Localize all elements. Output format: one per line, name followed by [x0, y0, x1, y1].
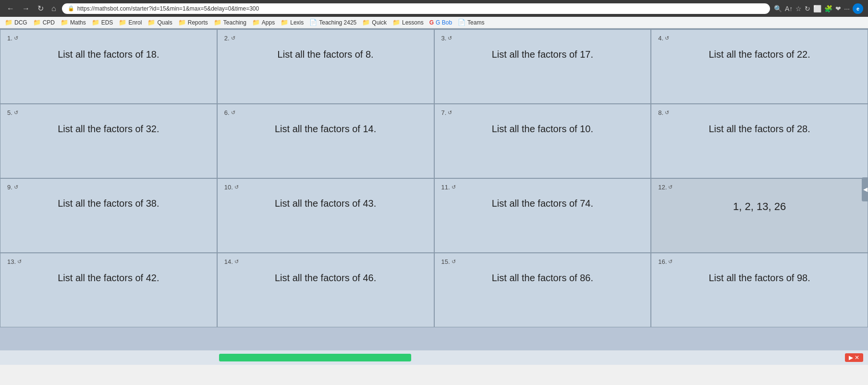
- bookmarks-bar: 📁 DCG 📁 CPD 📁 Maths 📁 EDS 📁 Enrol 📁 Qual…: [0, 17, 868, 28]
- bookmark-teaching2425-label: Teaching 2425: [319, 19, 356, 26]
- question-card-7: 7. ↺ List all the factors of 10.: [434, 104, 651, 178]
- refresh-icon-3[interactable]: ↺: [448, 35, 452, 41]
- card-number-15: 15. ↺: [441, 258, 644, 265]
- refresh-icon-1[interactable]: ↺: [14, 35, 18, 41]
- refresh-icon-15[interactable]: ↺: [452, 259, 456, 265]
- refresh-button[interactable]: ↻: [36, 3, 46, 14]
- bookmark-gbob-label: G Bob: [436, 19, 452, 26]
- bookmark-eds[interactable]: 📁 EDS: [92, 19, 113, 26]
- read-aloud-icon[interactable]: A↑: [785, 5, 793, 12]
- refresh-icon-2[interactable]: ↺: [231, 35, 235, 41]
- teams-icon: 📄: [458, 19, 465, 26]
- card-num-label: 11.: [441, 184, 450, 191]
- card-number-11: 11. ↺: [441, 184, 644, 191]
- bookmark-lexis-label: Lexis: [290, 19, 304, 26]
- refresh2-icon[interactable]: ↻: [805, 5, 810, 12]
- bookmark-lessons[interactable]: 📁 Lessons: [392, 19, 424, 26]
- bookmark-maths[interactable]: 📁 Maths: [61, 19, 86, 26]
- refresh-icon-10[interactable]: ↺: [234, 184, 239, 190]
- refresh-icon-16[interactable]: ↺: [668, 259, 672, 265]
- more-icon[interactable]: ···: [844, 5, 850, 12]
- bookmark-reports[interactable]: 📁 Reports: [178, 19, 208, 26]
- bookmark-dcg[interactable]: 📁 DCG: [5, 19, 27, 26]
- bookmark-quals-label: Quals: [157, 19, 172, 26]
- question-card-16: 16. ↺ List all the factors of 98.: [651, 253, 868, 327]
- question-card-9: 9. ↺ List all the factors of 38.: [0, 178, 217, 253]
- refresh-icon-6[interactable]: ↺: [231, 110, 235, 116]
- refresh-icon-4[interactable]: ↺: [665, 35, 669, 41]
- card-text-4: List all the factors of 22.: [658, 49, 861, 60]
- card-num-label: 12.: [658, 184, 667, 191]
- question-card-14: 14. ↺ List all the factors of 46.: [217, 253, 434, 327]
- refresh-icon-7[interactable]: ↺: [448, 110, 452, 116]
- folder-icon: 📁: [252, 19, 260, 26]
- refresh-icon-12[interactable]: ↺: [668, 184, 672, 190]
- bookmark-reports-label: Reports: [188, 19, 208, 26]
- card-num-label: 2.: [224, 35, 230, 42]
- bookmark-quick[interactable]: 📁 Quick: [362, 19, 387, 26]
- folder-icon: 📁: [33, 19, 41, 26]
- folder-icon: 📁: [214, 19, 221, 26]
- card-num-label: 6.: [224, 109, 230, 116]
- card-number-9: 9. ↺: [7, 184, 210, 191]
- favorites-icon[interactable]: ☆: [795, 5, 802, 12]
- card-num-label: 16.: [658, 258, 667, 265]
- refresh-icon-9[interactable]: ↺: [14, 184, 18, 190]
- card-text-14: List all the factors of 46.: [224, 273, 427, 284]
- forward-button[interactable]: →: [20, 3, 32, 14]
- card-number-7: 7. ↺: [441, 109, 644, 116]
- tab-icon[interactable]: ⬜: [813, 5, 821, 12]
- google-icon: G: [429, 19, 434, 26]
- home-button[interactable]: ⌂: [49, 3, 58, 14]
- back-button[interactable]: ←: [5, 3, 16, 14]
- folder-icon: 📁: [392, 19, 400, 26]
- bookmark-cpd[interactable]: 📁 CPD: [33, 19, 55, 26]
- card-number-16: 16. ↺: [658, 258, 861, 265]
- bookmark-apps[interactable]: 📁 Apps: [252, 19, 275, 26]
- bookmark-lexis[interactable]: 📁 Lexis: [281, 19, 304, 26]
- bookmark-teams[interactable]: 📄 Teams: [458, 19, 484, 26]
- refresh-icon-11[interactable]: ↺: [452, 184, 456, 190]
- bookmark-teaching[interactable]: 📁 Teaching: [214, 19, 246, 26]
- card-num-label: 4.: [658, 35, 663, 42]
- card-number-4: 4. ↺: [658, 35, 861, 42]
- question-card-6: 6. ↺ List all the factors of 14.: [217, 104, 434, 178]
- bookmark-quals[interactable]: 📁 Quals: [147, 19, 172, 26]
- bookmark-enrol[interactable]: 📁 Enrol: [119, 19, 142, 26]
- card-text-8: List all the factors of 28.: [658, 124, 861, 135]
- card-text-1: List all the factors of 18.: [7, 49, 210, 60]
- bookmark-gbob[interactable]: G G Bob: [429, 19, 452, 26]
- search-icon[interactable]: 🔍: [774, 5, 782, 12]
- card-number-1: 1. ↺: [7, 35, 210, 42]
- question-card-10: 10. ↺ List all the factors of 43.: [217, 178, 434, 253]
- card-text-15: List all the factors of 86.: [441, 273, 644, 284]
- extension-icon[interactable]: 🧩: [824, 5, 832, 12]
- card-text-6: List all the factors of 14.: [224, 124, 427, 135]
- bookmark-enrol-label: Enrol: [128, 19, 142, 26]
- card-text-16: List all the factors of 98.: [658, 273, 861, 284]
- card-num-label: 8.: [658, 109, 663, 116]
- bookmark-dcg-label: DCG: [14, 19, 27, 26]
- folder-icon: 📁: [119, 19, 126, 26]
- card-num-label: 3.: [441, 35, 447, 42]
- refresh-icon-8[interactable]: ↺: [665, 110, 669, 116]
- folder-icon: 📁: [178, 19, 186, 26]
- bookmark-teaching2425[interactable]: 📄 Teaching 2425: [309, 19, 356, 26]
- question-card-11: 11. ↺ List all the factors of 74.: [434, 178, 651, 253]
- refresh-icon-5[interactable]: ↺: [14, 110, 18, 116]
- question-card-3: 3. ↺ List all the factors of 17.: [434, 29, 651, 104]
- bookmark-eds-label: EDS: [101, 19, 113, 26]
- question-card-4: 4. ↺ List all the factors of 22.: [651, 29, 868, 104]
- card-num-label: 10.: [224, 184, 233, 191]
- card-text-3: List all the factors of 17.: [441, 49, 644, 60]
- heart-icon[interactable]: ❤: [835, 5, 841, 12]
- lock-icon: 🔒: [68, 5, 74, 12]
- refresh-icon-14[interactable]: ↺: [234, 259, 239, 265]
- progress-bar: [219, 354, 411, 361]
- refresh-icon-13[interactable]: ↺: [17, 259, 22, 265]
- stop-button[interactable]: ▶ ✕: [845, 353, 863, 362]
- folder-icon: 📁: [147, 19, 155, 26]
- browser-toolbar: 🔍 A↑ ☆ ↻ ⬜ 🧩 ❤ ··· e: [774, 3, 863, 14]
- collapse-panel-button[interactable]: ◀: [862, 177, 868, 201]
- address-bar[interactable]: 🔒 https://mathsbot.com/starter?id=15&min…: [62, 3, 770, 14]
